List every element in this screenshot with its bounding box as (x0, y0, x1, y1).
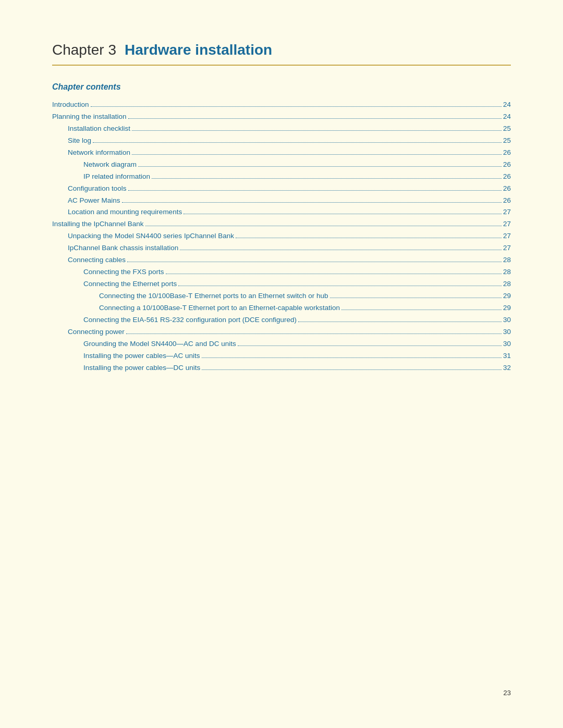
toc-dots (298, 322, 501, 322)
toc-entry-text: Installing the IpChannel Bank (52, 218, 144, 230)
toc-entry-text: Connecting the Ethernet ports (83, 278, 177, 290)
toc-page-number: 26 (503, 195, 511, 207)
toc-dots (330, 298, 501, 298)
toc-page-number: 26 (503, 159, 511, 171)
toc-entry-text: Grounding the Model SN4400—AC and DC uni… (83, 338, 236, 350)
toc-page-number: 24 (503, 99, 511, 111)
toc-entry-text: Network information (68, 147, 130, 159)
toc-entry-text: Installing the power cables—DC units (83, 362, 200, 374)
toc-page-number: 26 (503, 171, 511, 183)
toc-dots (93, 142, 501, 143)
toc-entry-text: Installation checklist (68, 123, 130, 135)
toc-dots (145, 226, 501, 226)
toc-dots (341, 310, 501, 310)
toc-entry[interactable]: Configuration tools26 (52, 183, 511, 195)
toc-dots (166, 274, 501, 274)
toc-page-number: 26 (503, 147, 511, 159)
toc-entry[interactable]: Introduction24 (52, 99, 511, 111)
toc-entry-text: Connecting the FXS ports (83, 266, 164, 278)
toc-entry-text: Configuration tools (68, 183, 127, 195)
toc-entry[interactable]: Connecting cables28 (52, 254, 511, 266)
toc-dots (128, 190, 501, 191)
chapter-contents-heading: Chapter contents (52, 82, 511, 92)
toc-entry-text: Planning the installation (52, 111, 127, 123)
toc-dots (178, 286, 501, 286)
toc-dots (138, 166, 501, 167)
toc-dots (183, 214, 501, 214)
toc-entry[interactable]: Network information26 (52, 147, 511, 159)
toc-dots (202, 357, 501, 358)
toc-page-number: 27 (503, 230, 511, 242)
toc-entry[interactable]: Site log25 (52, 135, 511, 147)
toc-entry[interactable]: Connecting the 10/100Base-T Ethernet por… (52, 290, 511, 302)
toc-page-number: 28 (503, 278, 511, 290)
page-container: Chapter 3 Hardware installation Chapter … (0, 0, 563, 416)
page-number: 23 (504, 689, 511, 697)
toc-dots (128, 118, 501, 119)
toc-page-number: 28 (503, 266, 511, 278)
toc-entry-text: Installing the power cables—AC units (83, 350, 200, 362)
toc-dots (91, 106, 501, 107)
toc-entry[interactable]: AC Power Mains26 (52, 195, 511, 207)
toc-entry-text: Location and mounting requirements (68, 206, 182, 218)
toc-entry[interactable]: Connecting a 10/100Base-T Ethernet port … (52, 302, 511, 314)
toc-entry-text: Network diagram (83, 159, 137, 171)
toc-entry[interactable]: IpChannel Bank chassis installation27 (52, 242, 511, 254)
toc-entry[interactable]: Unpacking the Model SN4400 series IpChan… (52, 230, 511, 242)
toc-page-number: 25 (503, 135, 511, 147)
toc-dots (236, 238, 501, 238)
toc-entry-text: AC Power Mains (68, 195, 120, 207)
toc-dots (238, 346, 501, 346)
table-of-contents: Introduction24Planning the installation2… (52, 99, 511, 374)
toc-entry[interactable]: Installing the power cables—AC units31 (52, 350, 511, 362)
toc-entry-text: Connecting the 10/100Base-T Ethernet por… (99, 290, 328, 302)
toc-entry[interactable]: IP related information26 (52, 171, 511, 183)
toc-dots (132, 130, 501, 131)
chapter-header: Chapter 3 Hardware installation (52, 42, 511, 66)
toc-page-number: 32 (503, 362, 511, 374)
toc-page-number: 30 (503, 338, 511, 350)
toc-entry-text: IP related information (83, 171, 150, 183)
toc-dots (126, 334, 501, 334)
toc-dots (152, 178, 501, 179)
toc-dots (122, 202, 501, 203)
toc-entry[interactable]: Planning the installation24 (52, 111, 511, 123)
toc-entry-text: Connecting a 10/100Base-T Ethernet port … (99, 302, 340, 314)
chapter-label: Chapter 3 (52, 42, 116, 58)
toc-entry-text: Site log (68, 135, 91, 147)
toc-page-number: 28 (503, 254, 511, 266)
toc-dots (132, 154, 501, 155)
toc-entry-text: Connecting cables (68, 254, 126, 266)
toc-entry-text: Introduction (52, 99, 89, 111)
toc-page-number: 31 (503, 350, 511, 362)
toc-entry[interactable]: Installing the power cables—DC units32 (52, 362, 511, 374)
toc-entry[interactable]: Location and mounting requirements27 (52, 206, 511, 218)
toc-entry-text: Connecting the EIA-561 RS-232 configurat… (83, 314, 297, 326)
toc-entry[interactable]: Installation checklist25 (52, 123, 511, 135)
toc-page-number: 27 (503, 218, 511, 230)
toc-page-number: 29 (503, 290, 511, 302)
toc-entry-text: Unpacking the Model SN4400 series IpChan… (68, 230, 234, 242)
toc-entry[interactable]: Connecting the EIA-561 RS-232 configurat… (52, 314, 511, 326)
toc-dots (180, 250, 501, 250)
toc-entry[interactable]: Connecting the Ethernet ports28 (52, 278, 511, 290)
toc-entry[interactable]: Connecting the FXS ports28 (52, 266, 511, 278)
toc-entry-text: IpChannel Bank chassis installation (68, 242, 178, 254)
toc-entry[interactable]: Connecting power30 (52, 326, 511, 338)
toc-page-number: 24 (503, 111, 511, 123)
toc-page-number: 27 (503, 206, 511, 218)
toc-page-number: 29 (503, 302, 511, 314)
toc-entry[interactable]: Grounding the Model SN4400—AC and DC uni… (52, 338, 511, 350)
toc-entry[interactable]: Network diagram26 (52, 159, 511, 171)
chapter-title: Hardware installation (125, 42, 272, 58)
toc-dots (202, 369, 501, 370)
toc-page-number: 30 (503, 326, 511, 338)
toc-page-number: 30 (503, 314, 511, 326)
toc-page-number: 26 (503, 183, 511, 195)
toc-entry-text: Connecting power (68, 326, 125, 338)
toc-entry[interactable]: Installing the IpChannel Bank27 (52, 218, 511, 230)
page-number-footer: 23 (504, 689, 511, 697)
toc-page-number: 25 (503, 123, 511, 135)
toc-page-number: 27 (503, 242, 511, 254)
toc-dots (127, 262, 501, 262)
